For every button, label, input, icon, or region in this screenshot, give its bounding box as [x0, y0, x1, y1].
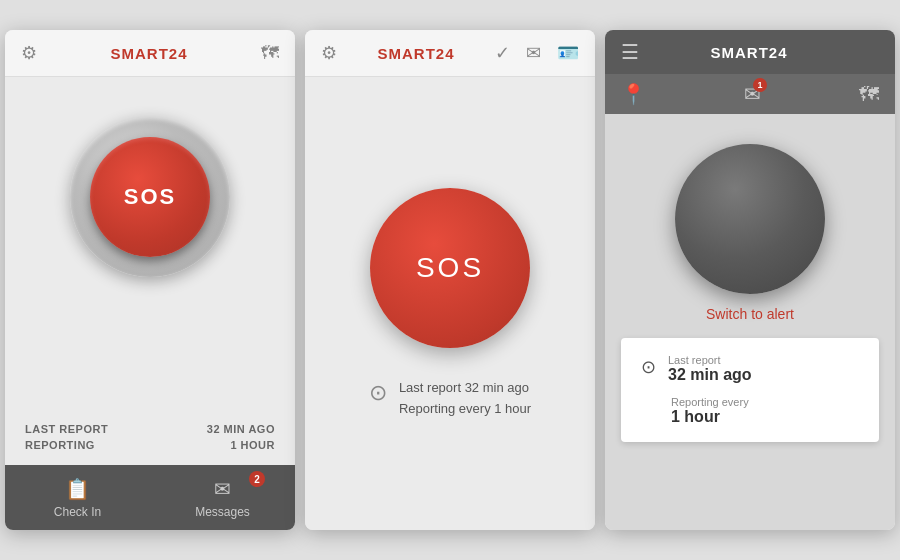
switch-alert-label: Switch to alert	[706, 306, 794, 322]
report-card-icon: ⊙	[641, 356, 656, 378]
map-icon[interactable]: 🗺	[261, 43, 279, 64]
mail-wrapper: ✉ 1	[744, 82, 761, 106]
screen2-title: SMART24	[377, 45, 454, 62]
mail-icon[interactable]: ✉	[526, 42, 541, 64]
switch-alert-button[interactable]	[675, 144, 825, 294]
report-text: Last report 32 min ago Reporting every 1…	[399, 378, 531, 420]
report-text-line1: Last report 32 min ago	[399, 380, 529, 395]
last-report-row: LAST REPORT 32 MIN AGO	[25, 423, 275, 435]
phone-screen-1: ⚙ SMART24 🗺 SOS LAST REPORT 32 MIN AGO R…	[5, 30, 295, 530]
sos-button-2[interactable]: SOS	[370, 188, 530, 348]
check-in-label: Check In	[54, 505, 101, 519]
mail-badge: 1	[753, 78, 767, 92]
id-icon[interactable]: 🪪	[557, 42, 579, 64]
reporting-value: 1 HOUR	[230, 439, 275, 451]
reporting-card-row: Reporting every 1 hour	[641, 396, 859, 426]
screen1-title: SMART24	[110, 45, 187, 62]
screen1-bottom-nav: 📋 Check In 2 ✉ Messages	[5, 465, 295, 530]
reporting-card-value: 1 hour	[671, 408, 749, 426]
last-report-card-label: Last report	[668, 354, 752, 366]
last-report-card-value: 32 min ago	[668, 366, 752, 384]
sos-label-2: SOS	[416, 252, 484, 284]
screen2-report-info: ⊙ Last report 32 min ago Reporting every…	[349, 378, 551, 420]
check-icon[interactable]: ✓	[495, 42, 510, 64]
reporting-card-label: Reporting every	[671, 396, 749, 408]
sos-label-1: SOS	[124, 184, 176, 210]
screen2-bar-actions: ✓ ✉ 🪪	[495, 42, 579, 64]
gear-icon[interactable]: ⚙	[21, 42, 37, 64]
screens-container: ⚙ SMART24 🗺 SOS LAST REPORT 32 MIN AGO R…	[0, 10, 900, 550]
sos-button-outer-1: SOS	[70, 117, 230, 277]
last-report-value: 32 MIN AGO	[207, 423, 275, 435]
gear-icon-2[interactable]: ⚙	[321, 42, 337, 64]
screen3-second-bar: 📍 ✉ 1 🗺	[605, 74, 895, 114]
reporting-card-content: Reporting every 1 hour	[641, 396, 749, 426]
location-icon[interactable]: 📍	[621, 82, 646, 106]
screen3-title: SMART24	[710, 44, 787, 61]
report-icon: ⊙	[369, 380, 387, 406]
map-icon-3[interactable]: 🗺	[859, 83, 879, 106]
last-report-card-row: ⊙ Last report 32 min ago	[641, 354, 859, 384]
checkin-icon: 📋	[65, 477, 90, 501]
messages-nav-item[interactable]: 2 ✉ Messages	[150, 465, 295, 530]
phone-screen-3: ☰ SMART24 📍 ✉ 1 🗺 Switch to alert ⊙ Last…	[605, 30, 895, 530]
last-report-card-content: Last report 32 min ago	[668, 354, 752, 384]
screen3-app-bar: ☰ SMART24	[605, 30, 895, 74]
last-report-label: LAST REPORT	[25, 423, 108, 435]
reporting-row: REPORTING 1 HOUR	[25, 439, 275, 451]
check-in-nav-item[interactable]: 📋 Check In	[5, 465, 150, 530]
messages-badge: 2	[249, 471, 265, 487]
screen2-app-bar: ⚙ SMART24 ✓ ✉ 🪪	[305, 30, 595, 77]
messages-label: Messages	[195, 505, 250, 519]
messages-icon: ✉	[214, 477, 231, 501]
screen1-content: SOS LAST REPORT 32 MIN AGO REPORTING 1 H…	[5, 77, 295, 465]
screen1-status-info: LAST REPORT 32 MIN AGO REPORTING 1 HOUR	[5, 403, 295, 455]
sos-button-1[interactable]: SOS	[90, 137, 210, 257]
screen1-app-bar: ⚙ SMART24 🗺	[5, 30, 295, 77]
screen3-content: Switch to alert ⊙ Last report 32 min ago…	[605, 114, 895, 530]
screen2-content: SOS ⊙ Last report 32 min ago Reporting e…	[305, 77, 595, 530]
hamburger-icon[interactable]: ☰	[621, 40, 639, 64]
reporting-label: REPORTING	[25, 439, 95, 451]
report-text-line2: Reporting every 1 hour	[399, 401, 531, 416]
report-card: ⊙ Last report 32 min ago Reporting every…	[621, 338, 879, 442]
phone-screen-2: ⚙ SMART24 ✓ ✉ 🪪 SOS ⊙ Last report 32 min…	[305, 30, 595, 530]
